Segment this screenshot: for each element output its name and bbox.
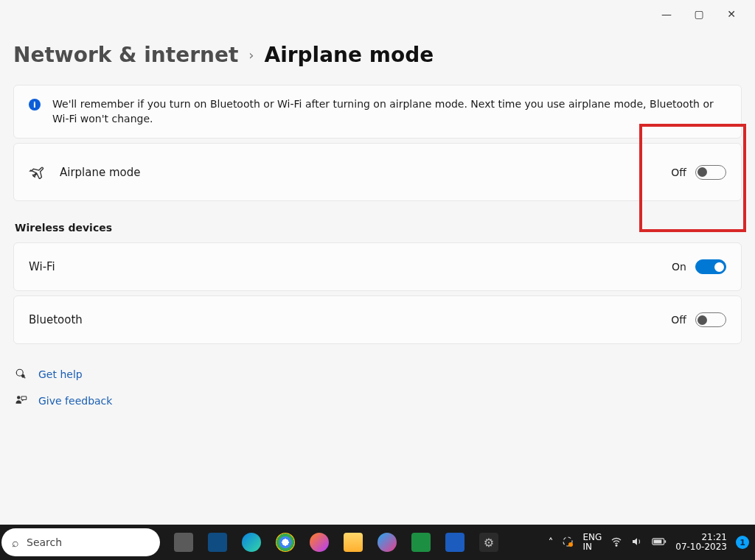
- taskbar-search[interactable]: ⌕ Search: [1, 528, 160, 556]
- task-view-icon[interactable]: [170, 529, 197, 556]
- paint-app-icon[interactable]: [374, 529, 400, 556]
- calculator-app-icon[interactable]: [204, 529, 231, 556]
- give-feedback-link[interactable]: Give feedback: [38, 395, 112, 407]
- airplane-mode-card: Airplane mode Off: [13, 143, 742, 201]
- battery-tray-icon[interactable]: [652, 536, 667, 548]
- search-icon: ⌕: [12, 536, 19, 550]
- edge-app-icon[interactable]: [238, 529, 265, 556]
- help-icon: ?: [15, 368, 28, 381]
- chevron-right-icon: ›: [248, 47, 254, 63]
- info-icon: [29, 99, 41, 111]
- minimize-button[interactable]: —: [650, 4, 683, 24]
- wifi-state: On: [672, 261, 686, 273]
- get-help-link[interactable]: Get help: [38, 368, 83, 380]
- wireless-devices-heading: Wireless devices: [15, 222, 742, 234]
- info-banner: We'll remember if you turn on Bluetooth …: [13, 85, 742, 139]
- firefox-app-icon[interactable]: [306, 529, 333, 556]
- notification-badge[interactable]: 1: [736, 536, 749, 549]
- get-help-row: ? Get help: [13, 368, 742, 381]
- system-tray: ˄ ENG IN 21:21 07-10-2023 1: [548, 533, 755, 552]
- airplane-mode-toggle[interactable]: [695, 165, 726, 180]
- svg-text:?: ?: [22, 375, 24, 378]
- input-language-indicator[interactable]: ENG IN: [582, 533, 602, 552]
- wifi-toggle[interactable]: [695, 259, 726, 274]
- volume-tray-icon[interactable]: [631, 536, 643, 550]
- excel-app-icon[interactable]: [408, 529, 434, 556]
- svg-point-3: [17, 396, 21, 399]
- feedback-icon: [15, 394, 28, 407]
- breadcrumb: Network & internet › Airplane mode: [13, 43, 742, 67]
- settings-app-icon[interactable]: ⚙: [476, 529, 502, 556]
- svg-point-7: [616, 545, 617, 546]
- taskbar: ⌕ Search ⚙ ˄ ENG IN 21:21: [0, 525, 755, 560]
- taskbar-search-placeholder: Search: [27, 536, 62, 548]
- wifi-card: Wi-Fi On: [13, 242, 742, 291]
- close-button[interactable]: ✕: [715, 4, 748, 24]
- breadcrumb-parent[interactable]: Network & internet: [13, 43, 238, 67]
- taskbar-clock[interactable]: 21:21 07-10-2023: [675, 533, 727, 552]
- chrome-app-icon[interactable]: [272, 529, 299, 556]
- tray-overflow-chevron-icon[interactable]: ˄: [548, 536, 553, 548]
- status-indicator-icon[interactable]: [562, 536, 574, 550]
- window-controls: — ▢ ✕: [643, 0, 755, 28]
- restore-button[interactable]: ▢: [683, 4, 715, 24]
- bluetooth-state: Off: [671, 314, 686, 326]
- bluetooth-card: Bluetooth Off: [13, 295, 742, 344]
- give-feedback-row: Give feedback: [13, 394, 742, 407]
- airplane-mode-state: Off: [671, 167, 686, 178]
- svg-point-6: [568, 542, 573, 547]
- page-title: Airplane mode: [264, 43, 434, 67]
- file-explorer-icon[interactable]: [340, 529, 366, 556]
- wifi-tray-icon[interactable]: [610, 536, 622, 550]
- airplane-icon: [29, 163, 45, 181]
- taskbar-apps: ⚙: [170, 529, 548, 556]
- bluetooth-toggle[interactable]: [695, 312, 726, 327]
- wifi-label: Wi-Fi: [29, 260, 55, 273]
- bluetooth-label: Bluetooth: [29, 313, 83, 326]
- svg-rect-10: [654, 540, 662, 544]
- airplane-mode-label: Airplane mode: [60, 166, 141, 179]
- info-banner-text: We'll remember if you turn on Bluetooth …: [52, 97, 726, 126]
- svg-rect-4: [21, 396, 27, 400]
- svg-rect-9: [665, 540, 667, 542]
- word-app-icon[interactable]: [442, 529, 468, 556]
